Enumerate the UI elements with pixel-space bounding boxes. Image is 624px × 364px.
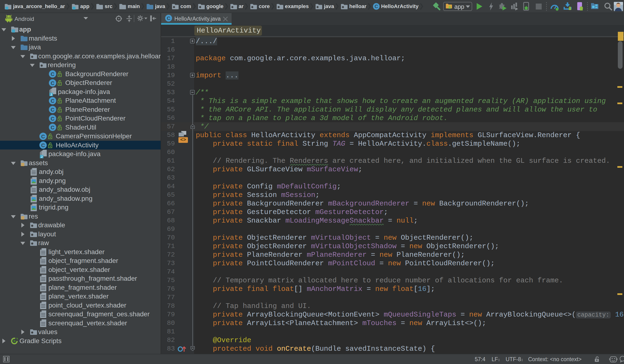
- svg-text:C: C: [51, 71, 54, 77]
- svg-text:C: C: [51, 116, 54, 122]
- svg-text:C: C: [41, 142, 45, 148]
- svg-text:C: C: [375, 4, 378, 9]
- svg-text:C: C: [51, 125, 54, 130]
- svg-text:C: C: [51, 107, 54, 113]
- svg-text:J: J: [50, 93, 52, 96]
- svg-text:C: C: [51, 98, 54, 104]
- svg-text:C: C: [51, 80, 54, 86]
- svg-text:J: J: [41, 155, 43, 158]
- svg-text:C: C: [41, 133, 45, 139]
- svg-text:C: C: [167, 15, 170, 21]
